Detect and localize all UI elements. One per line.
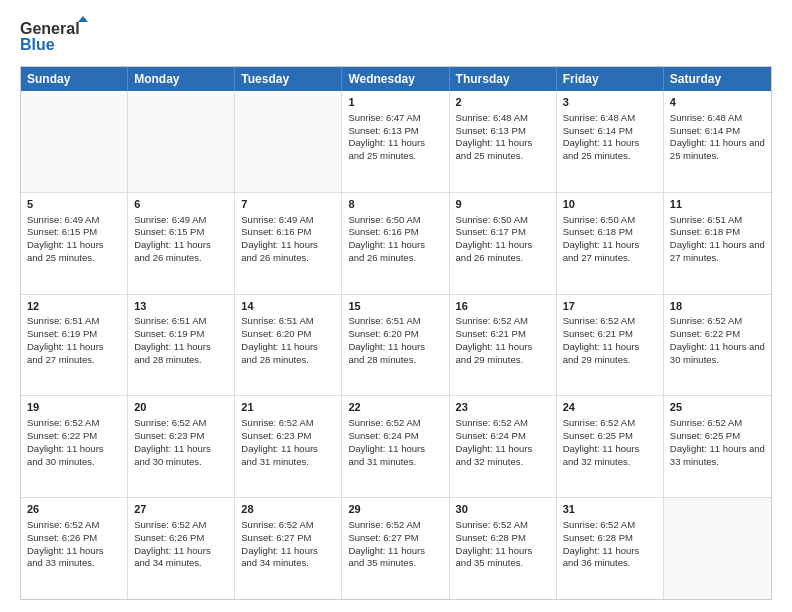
day-cell-12: 12Sunrise: 6:51 AMSunset: 6:19 PMDayligh… xyxy=(21,295,128,396)
day-cell-7: 7Sunrise: 6:49 AMSunset: 6:16 PMDaylight… xyxy=(235,193,342,294)
day-cell-10: 10Sunrise: 6:50 AMSunset: 6:18 PMDayligh… xyxy=(557,193,664,294)
header-day-saturday: Saturday xyxy=(664,67,771,91)
sunrise-text: Sunrise: 6:52 AM xyxy=(563,519,635,530)
calendar-header: SundayMondayTuesdayWednesdayThursdayFrid… xyxy=(21,67,771,91)
sunset-text: Sunset: 6:14 PM xyxy=(670,125,740,136)
sunrise-text: Sunrise: 6:52 AM xyxy=(563,315,635,326)
day-cell-20: 20Sunrise: 6:52 AMSunset: 6:23 PMDayligh… xyxy=(128,396,235,497)
daylight-text: Daylight: 11 hours and 25 minutes. xyxy=(27,239,104,263)
day-cell-3: 3Sunrise: 6:48 AMSunset: 6:14 PMDaylight… xyxy=(557,91,664,192)
calendar-week-2: 5Sunrise: 6:49 AMSunset: 6:15 PMDaylight… xyxy=(21,193,771,295)
sunrise-text: Sunrise: 6:50 AM xyxy=(563,214,635,225)
calendar-body: 1Sunrise: 6:47 AMSunset: 6:13 PMDaylight… xyxy=(21,91,771,599)
day-cell-27: 27Sunrise: 6:52 AMSunset: 6:26 PMDayligh… xyxy=(128,498,235,599)
daylight-text: Daylight: 11 hours and 26 minutes. xyxy=(348,239,425,263)
sunrise-text: Sunrise: 6:47 AM xyxy=(348,112,420,123)
sunrise-text: Sunrise: 6:51 AM xyxy=(134,315,206,326)
empty-cell xyxy=(21,91,128,192)
sunrise-text: Sunrise: 6:52 AM xyxy=(134,417,206,428)
header: GeneralBlue xyxy=(20,16,772,56)
sunset-text: Sunset: 6:24 PM xyxy=(456,430,526,441)
day-cell-5: 5Sunrise: 6:49 AMSunset: 6:15 PMDaylight… xyxy=(21,193,128,294)
daylight-text: Daylight: 11 hours and 30 minutes. xyxy=(134,443,211,467)
daylight-text: Daylight: 11 hours and 30 minutes. xyxy=(27,443,104,467)
sunrise-text: Sunrise: 6:52 AM xyxy=(27,417,99,428)
header-day-friday: Friday xyxy=(557,67,664,91)
day-number: 28 xyxy=(241,502,335,517)
sunset-text: Sunset: 6:19 PM xyxy=(134,328,204,339)
day-cell-1: 1Sunrise: 6:47 AMSunset: 6:13 PMDaylight… xyxy=(342,91,449,192)
day-number: 13 xyxy=(134,299,228,314)
day-number: 27 xyxy=(134,502,228,517)
sunrise-text: Sunrise: 6:49 AM xyxy=(241,214,313,225)
day-number: 26 xyxy=(27,502,121,517)
sunset-text: Sunset: 6:15 PM xyxy=(134,226,204,237)
day-cell-26: 26Sunrise: 6:52 AMSunset: 6:26 PMDayligh… xyxy=(21,498,128,599)
sunset-text: Sunset: 6:20 PM xyxy=(348,328,418,339)
header-day-sunday: Sunday xyxy=(21,67,128,91)
day-number: 10 xyxy=(563,197,657,212)
day-cell-21: 21Sunrise: 6:52 AMSunset: 6:23 PMDayligh… xyxy=(235,396,342,497)
day-cell-11: 11Sunrise: 6:51 AMSunset: 6:18 PMDayligh… xyxy=(664,193,771,294)
sunrise-text: Sunrise: 6:48 AM xyxy=(563,112,635,123)
day-number: 11 xyxy=(670,197,765,212)
day-cell-28: 28Sunrise: 6:52 AMSunset: 6:27 PMDayligh… xyxy=(235,498,342,599)
sunset-text: Sunset: 6:13 PM xyxy=(348,125,418,136)
sunset-text: Sunset: 6:28 PM xyxy=(456,532,526,543)
sunset-text: Sunset: 6:17 PM xyxy=(456,226,526,237)
day-cell-4: 4Sunrise: 6:48 AMSunset: 6:14 PMDaylight… xyxy=(664,91,771,192)
day-number: 3 xyxy=(563,95,657,110)
calendar-week-1: 1Sunrise: 6:47 AMSunset: 6:13 PMDaylight… xyxy=(21,91,771,193)
day-number: 15 xyxy=(348,299,442,314)
sunrise-text: Sunrise: 6:52 AM xyxy=(348,417,420,428)
day-number: 7 xyxy=(241,197,335,212)
day-cell-22: 22Sunrise: 6:52 AMSunset: 6:24 PMDayligh… xyxy=(342,396,449,497)
calendar-week-3: 12Sunrise: 6:51 AMSunset: 6:19 PMDayligh… xyxy=(21,295,771,397)
daylight-text: Daylight: 11 hours and 33 minutes. xyxy=(27,545,104,569)
day-cell-15: 15Sunrise: 6:51 AMSunset: 6:20 PMDayligh… xyxy=(342,295,449,396)
day-number: 4 xyxy=(670,95,765,110)
sunrise-text: Sunrise: 6:52 AM xyxy=(563,417,635,428)
day-cell-2: 2Sunrise: 6:48 AMSunset: 6:13 PMDaylight… xyxy=(450,91,557,192)
day-cell-23: 23Sunrise: 6:52 AMSunset: 6:24 PMDayligh… xyxy=(450,396,557,497)
day-number: 1 xyxy=(348,95,442,110)
day-number: 8 xyxy=(348,197,442,212)
day-cell-9: 9Sunrise: 6:50 AMSunset: 6:17 PMDaylight… xyxy=(450,193,557,294)
daylight-text: Daylight: 11 hours and 27 minutes. xyxy=(27,341,104,365)
sunset-text: Sunset: 6:28 PM xyxy=(563,532,633,543)
header-day-thursday: Thursday xyxy=(450,67,557,91)
day-cell-29: 29Sunrise: 6:52 AMSunset: 6:27 PMDayligh… xyxy=(342,498,449,599)
sunrise-text: Sunrise: 6:51 AM xyxy=(670,214,742,225)
day-number: 6 xyxy=(134,197,228,212)
sunset-text: Sunset: 6:13 PM xyxy=(456,125,526,136)
day-number: 2 xyxy=(456,95,550,110)
sunset-text: Sunset: 6:18 PM xyxy=(563,226,633,237)
day-cell-18: 18Sunrise: 6:52 AMSunset: 6:22 PMDayligh… xyxy=(664,295,771,396)
sunset-text: Sunset: 6:27 PM xyxy=(348,532,418,543)
day-number: 25 xyxy=(670,400,765,415)
day-number: 12 xyxy=(27,299,121,314)
sunset-text: Sunset: 6:25 PM xyxy=(563,430,633,441)
daylight-text: Daylight: 11 hours and 25 minutes. xyxy=(670,137,765,161)
sunset-text: Sunset: 6:14 PM xyxy=(563,125,633,136)
header-day-tuesday: Tuesday xyxy=(235,67,342,91)
daylight-text: Daylight: 11 hours and 29 minutes. xyxy=(563,341,640,365)
sunset-text: Sunset: 6:23 PM xyxy=(241,430,311,441)
sunrise-text: Sunrise: 6:52 AM xyxy=(456,417,528,428)
day-number: 16 xyxy=(456,299,550,314)
day-cell-8: 8Sunrise: 6:50 AMSunset: 6:16 PMDaylight… xyxy=(342,193,449,294)
daylight-text: Daylight: 11 hours and 32 minutes. xyxy=(563,443,640,467)
day-number: 18 xyxy=(670,299,765,314)
sunset-text: Sunset: 6:24 PM xyxy=(348,430,418,441)
calendar-week-5: 26Sunrise: 6:52 AMSunset: 6:26 PMDayligh… xyxy=(21,498,771,599)
day-number: 20 xyxy=(134,400,228,415)
sunset-text: Sunset: 6:27 PM xyxy=(241,532,311,543)
daylight-text: Daylight: 11 hours and 34 minutes. xyxy=(134,545,211,569)
sunrise-text: Sunrise: 6:51 AM xyxy=(241,315,313,326)
day-cell-13: 13Sunrise: 6:51 AMSunset: 6:19 PMDayligh… xyxy=(128,295,235,396)
daylight-text: Daylight: 11 hours and 33 minutes. xyxy=(670,443,765,467)
daylight-text: Daylight: 11 hours and 25 minutes. xyxy=(348,137,425,161)
sunset-text: Sunset: 6:15 PM xyxy=(27,226,97,237)
sunset-text: Sunset: 6:26 PM xyxy=(27,532,97,543)
daylight-text: Daylight: 11 hours and 31 minutes. xyxy=(241,443,318,467)
